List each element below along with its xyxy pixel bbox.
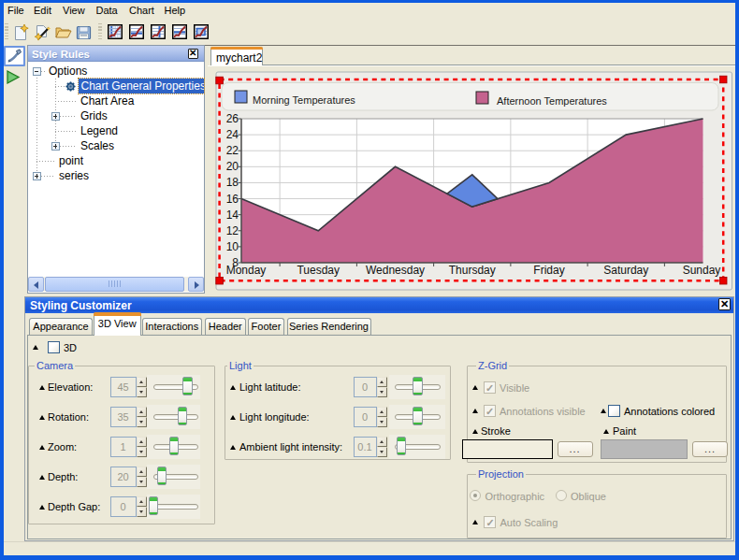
svg-text:Morning Temperatures: Morning Temperatures bbox=[253, 94, 355, 106]
svg-text:26: 26 bbox=[226, 112, 239, 125]
svg-text:Thursday: Thursday bbox=[449, 264, 496, 277]
svg-text:Friday: Friday bbox=[533, 264, 564, 277]
svg-text:14: 14 bbox=[226, 208, 239, 222]
svg-text:Sunday: Sunday bbox=[683, 264, 721, 277]
svg-text:16: 16 bbox=[226, 193, 239, 206]
svg-text:22: 22 bbox=[226, 144, 239, 157]
svg-text:10: 10 bbox=[226, 240, 239, 253]
svg-text:12: 12 bbox=[226, 224, 239, 237]
svg-text:Saturday: Saturday bbox=[603, 264, 648, 277]
svg-text:Afternoon Temperatures: Afternoon Temperatures bbox=[497, 95, 607, 107]
svg-text:24: 24 bbox=[226, 128, 239, 141]
svg-text:Tuesday: Tuesday bbox=[297, 264, 340, 277]
svg-text:Wednesday: Wednesday bbox=[366, 264, 425, 277]
svg-text:20: 20 bbox=[226, 160, 239, 173]
svg-text:18: 18 bbox=[226, 176, 239, 189]
svg-text:Monday: Monday bbox=[226, 264, 267, 277]
